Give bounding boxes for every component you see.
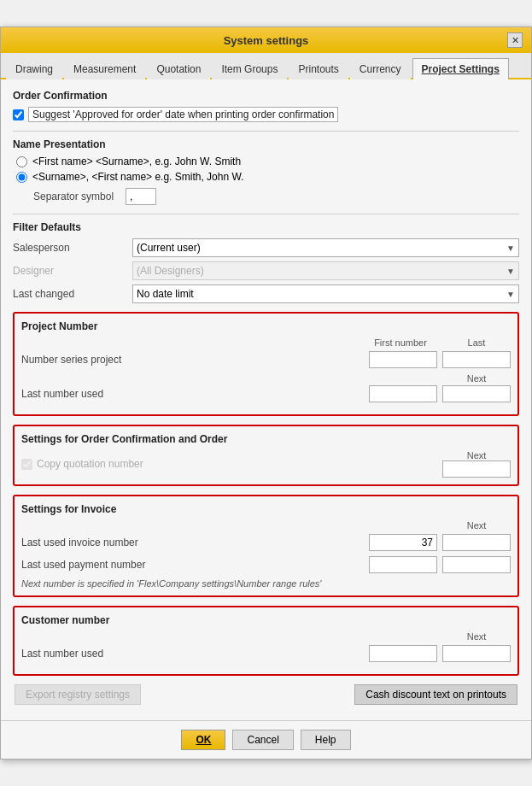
customer-last-used-row: Last number used <box>21 645 511 662</box>
tab-project-settings[interactable]: Project Settings <box>412 58 509 79</box>
suggest-approved-label: Suggest 'Approved for order' date when p… <box>28 107 338 122</box>
tab-printouts[interactable]: Printouts <box>289 58 348 79</box>
invoice-note: Next number is specified in 'Flex\Compan… <box>21 578 511 589</box>
order-confirmation-title: Order Confirmation <box>13 90 519 102</box>
cash-discount-button[interactable]: Cash discount text on printouts <box>354 684 517 705</box>
number-series-row: Number series project <box>21 351 511 368</box>
last-changed-label: Last changed <box>13 288 132 300</box>
copy-quotation-row: Copy quotation number <box>21 458 143 470</box>
filter-defaults-title: Filter Defaults <box>13 221 519 233</box>
last-invoice-label: Last used invoice number <box>21 537 369 548</box>
radio-surname-first-row: <Surname>, <First name> e.g. Smith, John… <box>13 171 519 183</box>
last-header: Last <box>442 337 511 348</box>
customer-next-header: Next <box>442 631 511 642</box>
copy-quotation-checkbox <box>21 459 32 470</box>
last-changed-value: No date limit <box>137 288 194 300</box>
series-last-input[interactable] <box>442 351 511 368</box>
order-confirmation-section: Order Confirmation Suggest 'Approved for… <box>13 90 519 122</box>
export-registry-button[interactable]: Export registry settings <box>15 684 141 705</box>
customer-last-used-input[interactable] <box>369 645 437 662</box>
salesperson-row: Salesperson (Current user) ▼ <box>13 238 519 257</box>
customer-number-section: Customer number Next Last number used <box>13 606 519 676</box>
tab-quotation[interactable]: Quotation <box>147 58 210 79</box>
tab-drawing[interactable]: Drawing <box>6 58 62 79</box>
separator-symbol-label: Separator symbol <box>33 191 119 202</box>
designer-select: (All Designers) ▼ <box>132 261 519 280</box>
next-header-project: Next <box>442 373 511 384</box>
tab-currency[interactable]: Currency <box>350 58 411 79</box>
last-payment-label: Last used payment number <box>21 559 369 571</box>
last-invoice-row: Last used invoice number <box>21 534 511 551</box>
name-presentation-radios: <First name> <Surname>, e.g. John W. Smi… <box>13 155 519 183</box>
last-invoice-input[interactable] <box>369 534 437 551</box>
radio-firstname-first-label: <First name> <Surname>, e.g. John W. Smi… <box>32 155 241 167</box>
order-next-input[interactable] <box>442 460 511 478</box>
designer-dropdown-arrow: ▼ <box>506 267 515 276</box>
name-presentation-section: Name Presentation <First name> <Surname>… <box>13 138 519 205</box>
series-first-input[interactable] <box>369 351 437 368</box>
designer-label: Designer <box>13 265 132 277</box>
last-number-used-row: Last number used <box>21 385 511 402</box>
radio-firstname-first[interactable] <box>16 156 27 167</box>
tab-measurement[interactable]: Measurement <box>64 58 145 79</box>
suggest-approved-checkbox[interactable] <box>13 109 24 120</box>
last-payment-input[interactable] <box>369 556 437 573</box>
first-number-header: First number <box>364 337 437 348</box>
last-changed-row: Last changed No date limit ▼ <box>13 284 519 303</box>
last-changed-dropdown-arrow: ▼ <box>506 290 515 299</box>
window-title: System settings <box>25 34 507 47</box>
last-used-input[interactable] <box>369 385 437 402</box>
order-confirmation-order-section: Settings for Order Confirmation and Orde… <box>13 425 519 486</box>
content-area: Order Confirmation Suggest 'Approved for… <box>1 79 531 715</box>
action-buttons-row: Export registry settings Cash discount t… <box>13 684 519 705</box>
last-changed-select[interactable]: No date limit ▼ <box>132 284 519 303</box>
filter-defaults-section: Filter Defaults Salesperson (Current use… <box>13 221 519 303</box>
invoice-section: Settings for Invoice Next Last used invo… <box>13 495 519 597</box>
last-payment-row: Last used payment number <box>21 556 511 573</box>
customer-number-title: Customer number <box>21 614 511 626</box>
customer-last-used-label: Last number used <box>21 648 369 660</box>
project-number-title: Project Number <box>21 320 511 332</box>
divider-2 <box>13 214 519 214</box>
radio-surname-first-label: <Surname>, <First name> e.g. Smith, John… <box>32 171 243 183</box>
order-next-header: Next <box>467 450 487 460</box>
salesperson-value: (Current user) <box>137 242 201 254</box>
last-payment-next-input[interactable] <box>442 556 511 573</box>
divider-1 <box>13 131 519 132</box>
cancel-button[interactable]: Cancel <box>232 730 293 750</box>
last-number-used-label: Last number used <box>21 388 369 400</box>
help-button[interactable]: Help <box>301 730 351 750</box>
title-bar: System settings ✕ <box>1 27 531 53</box>
number-series-label: Number series project <box>21 354 369 366</box>
salesperson-dropdown-arrow: ▼ <box>506 243 515 253</box>
salesperson-label: Salesperson <box>13 242 132 254</box>
designer-value: (All Designers) <box>137 265 204 277</box>
invoice-title: Settings for Invoice <box>21 503 511 515</box>
radio-surname-first[interactable] <box>16 172 27 183</box>
order-confirmation-checkbox-row: Suggest 'Approved for order' date when p… <box>13 107 519 122</box>
customer-next-input[interactable] <box>442 645 511 662</box>
project-number-section: Project Number First number Last Number … <box>13 312 519 416</box>
salesperson-select[interactable]: (Current user) ▼ <box>132 238 519 257</box>
separator-symbol-input[interactable] <box>126 188 156 205</box>
separator-row: Separator symbol <box>13 188 519 205</box>
last-invoice-next-input[interactable] <box>442 534 511 551</box>
series-next-input[interactable] <box>442 385 511 402</box>
tab-item-groups[interactable]: Item Groups <box>212 58 287 79</box>
ok-button[interactable]: OK <box>181 730 225 750</box>
footer: OK Cancel Help <box>1 720 531 759</box>
designer-row: Designer (All Designers) ▼ <box>13 261 519 280</box>
invoice-next-header: Next <box>442 520 511 531</box>
system-settings-window: System settings ✕ Drawing Measurement Qu… <box>0 26 532 760</box>
radio-firstname-first-row: <First name> <Surname>, e.g. John W. Smi… <box>13 155 519 167</box>
close-button[interactable]: ✕ <box>507 32 523 48</box>
order-confirmation-order-title: Settings for Order Confirmation and Orde… <box>21 433 511 445</box>
name-presentation-title: Name Presentation <box>13 138 519 150</box>
copy-quotation-label: Copy quotation number <box>37 458 143 470</box>
tab-bar: Drawing Measurement Quotation Item Group… <box>1 53 531 79</box>
